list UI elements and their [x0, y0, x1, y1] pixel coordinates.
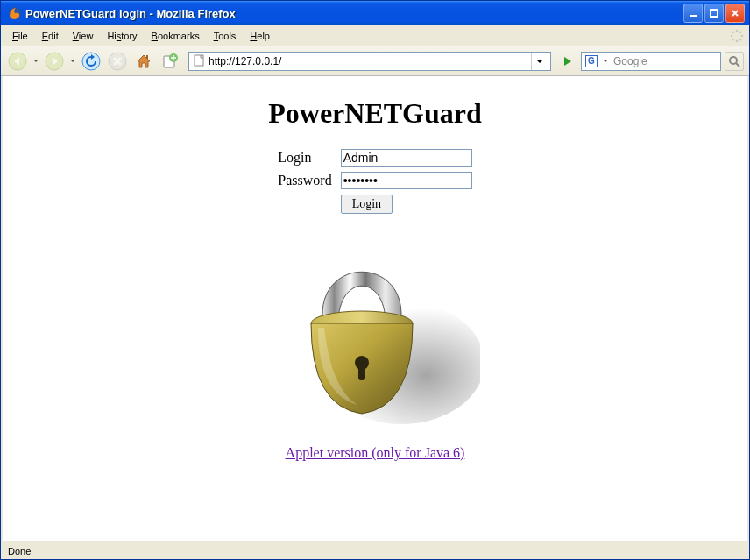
page-heading: PowerNETGuard	[3, 97, 747, 130]
menu-bar: File Edit View History Bookmarks Tools H…	[1, 25, 749, 46]
forward-button[interactable]	[43, 50, 66, 73]
reload-button[interactable]	[80, 50, 103, 73]
svg-rect-24	[358, 363, 365, 380]
address-dropdown[interactable]	[531, 53, 547, 70]
svg-rect-15	[146, 55, 148, 59]
status-bar: Done	[1, 542, 749, 559]
back-dropdown[interactable]	[32, 50, 39, 73]
window-title: PowerNETGuard login - Mozilla Firefox	[25, 7, 683, 20]
menu-help[interactable]: Help	[244, 28, 276, 44]
search-placeholder[interactable]: Google	[613, 55, 717, 67]
password-input[interactable]	[341, 172, 472, 189]
menu-edit[interactable]: Edit	[36, 28, 65, 44]
search-box[interactable]: G Google	[581, 52, 721, 71]
login-label: Login	[274, 147, 335, 168]
new-tab-button[interactable]	[159, 50, 181, 73]
search-engine-google-icon[interactable]: G	[585, 55, 598, 67]
svg-point-5	[741, 35, 743, 37]
svg-point-10	[732, 32, 734, 33]
svg-point-6	[739, 39, 741, 40]
window-close-button[interactable]	[725, 4, 745, 23]
address-bar[interactable]: http://127.0.0.1/	[188, 52, 551, 71]
svg-point-19	[730, 57, 737, 64]
status-text: Done	[8, 546, 31, 556]
url-text[interactable]: http://127.0.0.1/	[209, 55, 527, 67]
menu-bookmarks[interactable]: Bookmarks	[145, 28, 206, 44]
svg-rect-1	[690, 15, 697, 17]
page-content: PowerNETGuard Login Password Login	[1, 76, 749, 541]
home-button[interactable]	[132, 50, 155, 73]
menu-history[interactable]: History	[101, 28, 143, 44]
stop-button[interactable]	[106, 50, 129, 73]
svg-point-7	[736, 40, 738, 42]
search-submit-button[interactable]	[725, 52, 744, 71]
forward-dropdown[interactable]	[69, 50, 76, 73]
svg-line-20	[736, 63, 739, 67]
login-form: Login Password Login	[272, 145, 477, 217]
svg-point-8	[732, 39, 734, 40]
navigation-toolbar: http://127.0.0.1/ G Google	[1, 46, 749, 76]
page-icon	[193, 54, 205, 68]
window-titlebar: PowerNETGuard login - Mozilla Firefox	[1, 1, 749, 25]
login-button[interactable]: Login	[341, 195, 393, 214]
search-engine-dropdown[interactable]	[601, 57, 610, 65]
padlock-image	[270, 231, 480, 426]
svg-point-3	[736, 30, 738, 32]
login-input[interactable]	[341, 149, 472, 167]
back-button[interactable]	[6, 50, 29, 73]
menu-view[interactable]: View	[67, 28, 100, 44]
menu-file[interactable]: File	[6, 28, 34, 44]
activity-indicator-icon	[730, 29, 744, 43]
password-label: Password	[274, 170, 335, 191]
window-minimize-button[interactable]	[683, 4, 703, 23]
menu-tools[interactable]: Tools	[208, 28, 243, 44]
svg-point-9	[731, 35, 732, 37]
svg-rect-2	[711, 10, 718, 17]
applet-version-link[interactable]: Applet version (only for Java 6)	[286, 445, 465, 461]
window-maximize-button[interactable]	[704, 4, 724, 23]
firefox-app-icon	[8, 6, 22, 20]
go-button[interactable]	[558, 52, 577, 71]
svg-rect-18	[195, 55, 203, 66]
svg-point-4	[739, 32, 741, 33]
